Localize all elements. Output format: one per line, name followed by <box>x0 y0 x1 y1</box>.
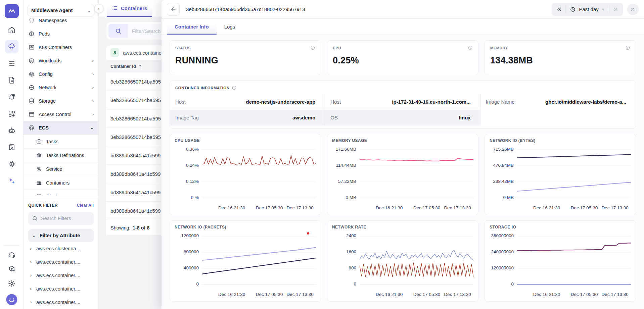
info-icon[interactable] <box>310 45 315 50</box>
stat-card-value: RUNNING <box>175 55 315 66</box>
sort-asc-icon <box>138 64 142 68</box>
chart-plot[interactable] <box>360 145 473 204</box>
pods-icon <box>28 31 35 37</box>
info-field-label: Host <box>330 99 341 105</box>
chart-plot[interactable] <box>517 231 631 291</box>
rum-icon[interactable] <box>7 143 16 152</box>
support-icon[interactable] <box>7 250 16 259</box>
attribute-filter-item[interactable]: ›aws.ecs.container.... <box>28 282 94 296</box>
chart-plot[interactable] <box>360 231 473 291</box>
stat-card-label: MEMORY <box>490 46 508 50</box>
x-tick-label: Dec 17 13:30 <box>601 292 628 297</box>
x-tick-label: Dec 17 05:30 <box>571 205 598 210</box>
sidebar-item-label: K8s Containers <box>39 45 72 50</box>
stat-card-header: MEMORY <box>490 45 630 50</box>
charts-grid: CPU USAGE0.36%0.24%0.12%0 %Dec 16 21:30D… <box>170 134 636 302</box>
clear-all-link[interactable]: Clear All <box>77 203 94 208</box>
chevron-right-icon: › <box>30 273 32 278</box>
settings-icon[interactable] <box>7 279 16 288</box>
tab-logs[interactable]: Logs <box>217 19 243 35</box>
search-filters-input[interactable]: Search Filters <box>28 212 94 225</box>
attribute-filter-item[interactable]: ›aws.ecs.container.... <box>28 269 94 282</box>
y-tick-label: 1600 <box>346 249 356 254</box>
home-icon[interactable] <box>7 25 16 34</box>
ai-spark-icon[interactable] <box>7 176 16 185</box>
time-range-selector[interactable]: Past day ⌄ <box>565 3 609 16</box>
info-field-value: awsdemo <box>292 115 315 120</box>
processor-icon[interactable] <box>7 160 16 168</box>
chart-title: CPU USAGE <box>175 138 316 143</box>
alerts-icon[interactable] <box>7 93 16 101</box>
sidebar-item-containers[interactable]: Containers <box>24 176 98 190</box>
stat-card-value: 0.25% <box>333 55 473 66</box>
stat-card-value: 134.38MB <box>490 55 630 66</box>
sidebar-item-namespaces[interactable]: Namespaces <box>24 18 98 27</box>
sidebar-item-label: Workloads <box>39 58 61 63</box>
info-field-host: Hostip-172-31-40-16.eu-north-1.com... <box>325 94 480 110</box>
chart-plot[interactable] <box>202 231 316 291</box>
sidebar-item-service[interactable]: Service <box>24 162 98 176</box>
sidebar-item-clusters[interactable]: Clusters <box>24 190 98 195</box>
chart-plot[interactable] <box>202 145 316 204</box>
chart-plot[interactable] <box>517 145 631 204</box>
attribute-filter-item[interactable]: ›aws.ecs.container.... <box>28 296 94 309</box>
containers-icon <box>36 179 42 186</box>
x-axis-labels: Dec 16 21:30Dec 17 05:30Dec 17 13:30 <box>202 205 316 211</box>
stat-card-label: STATUS <box>175 46 191 50</box>
middleware-logo[interactable] <box>5 4 19 18</box>
tab-container-info[interactable]: Container Info <box>167 19 217 35</box>
close-button[interactable] <box>627 4 639 15</box>
assistant-icon[interactable] <box>7 126 16 135</box>
attribute-filter-item[interactable]: ›aws.ecs.cluster.na... <box>28 242 94 255</box>
sidebar-collapse-button[interactable]: ‹ <box>94 4 103 13</box>
dashboards-icon[interactable] <box>7 109 16 118</box>
x-tick-label: Dec 16 21:30 <box>376 292 403 297</box>
x-tick-label: Dec 17 05:30 <box>256 205 283 210</box>
y-tick-label: 0 <box>511 281 514 287</box>
attribute-filter-item[interactable]: ›aws.ecs.container.... <box>28 255 94 269</box>
chevron-down-icon: ⌄ <box>90 125 94 130</box>
x-tick-label: Dec 17 13:30 <box>444 205 471 210</box>
k8s-containers-icon <box>28 44 35 51</box>
time-shift-back-button[interactable] <box>553 3 565 16</box>
info-field-value: demo-nestjs-underscore-app <box>246 99 316 105</box>
x-tick-label: Dec 17 05:30 <box>413 205 440 210</box>
info-icon[interactable] <box>468 45 473 50</box>
namespaces-icon <box>28 18 35 24</box>
y-axis-labels: 12000008000004000000 <box>175 231 202 291</box>
workspace-selector[interactable]: Middleware Agent ⌄ <box>28 5 94 16</box>
reports-icon[interactable] <box>7 76 16 85</box>
chart-body: 12000008000004000000 <box>175 231 316 291</box>
clock-icon <box>570 6 576 12</box>
tab-containers[interactable]: Containers <box>107 0 152 17</box>
tasks-icon <box>36 138 42 145</box>
infrastructure-icon[interactable] <box>5 40 18 53</box>
back-button[interactable] <box>167 3 180 16</box>
x-tick-label: Dec 17 13:30 <box>286 292 313 297</box>
service-icon <box>36 166 42 172</box>
sidebar-item-tasks-definations[interactable]: Tasks Definations <box>24 148 98 162</box>
user-avatar[interactable] <box>6 294 18 306</box>
info-field-label: Image Name <box>486 99 515 105</box>
install-icon[interactable] <box>7 265 16 273</box>
chart-storage-io: STORAGE IO3600000002400000001200000000De… <box>485 220 636 302</box>
sidebar-item-workloads[interactable]: Workloads› <box>24 54 98 67</box>
sidebar-item-access-control[interactable]: Access Control› <box>24 108 98 121</box>
sidebar-item-tasks[interactable]: Tasks <box>24 135 98 148</box>
sidebar-item-network[interactable]: Network› <box>24 81 98 94</box>
detail-body: STATUSRUNNINGCPU0.25%MEMORY134.38MB CONT… <box>162 35 644 309</box>
logs-icon[interactable] <box>7 59 16 68</box>
x-tick-label: Dec 16 21:30 <box>533 205 560 210</box>
sidebar-item-pods[interactable]: Pods <box>24 27 98 41</box>
chart-title: MEMORY USAGE <box>332 138 473 143</box>
sidebar-item-storage[interactable]: Storage› <box>24 94 98 108</box>
filter-by-attribute-toggle[interactable]: ⌄ Filter by Attribute <box>28 229 94 242</box>
detail-tab-bar: Container InfoLogs <box>162 19 644 35</box>
sidebar-item-config[interactable]: Config› <box>24 67 98 81</box>
sidebar-item-ecs[interactable]: ECS⌄ <box>24 121 98 135</box>
time-shift-forward-button[interactable] <box>609 3 622 16</box>
info-icon[interactable] <box>625 45 630 50</box>
x-tick-label: Dec 17 05:30 <box>571 292 598 297</box>
sidebar-item-k8s-containers[interactable]: K8s Containers <box>24 41 98 54</box>
y-tick-label: 715.26MB <box>493 147 514 152</box>
